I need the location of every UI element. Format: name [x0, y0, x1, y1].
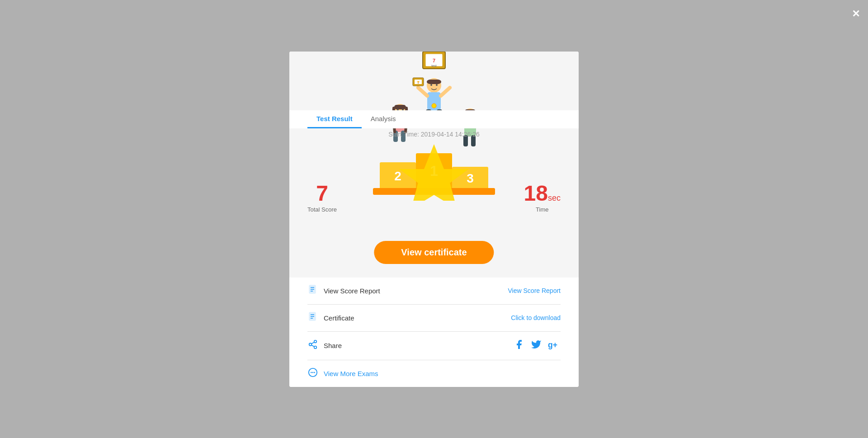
svg-text:2: 2	[394, 169, 401, 183]
svg-text:test: test	[431, 64, 436, 67]
view-score-report-label: View Score Report	[324, 287, 380, 295]
certificate-left: Certificate	[307, 312, 354, 324]
share-label: Share	[324, 342, 342, 349]
score-report-icon	[307, 285, 318, 297]
svg-text:3: 3	[467, 171, 474, 185]
svg-line-59	[311, 345, 314, 347]
view-score-report-left: View Score Report	[307, 285, 380, 297]
social-icons: g+	[514, 339, 561, 353]
svg-text:7: 7	[433, 58, 435, 63]
share-left: Share	[307, 339, 342, 352]
modal: Test Result Analysis Start Time: 2019-04…	[289, 52, 579, 387]
certificate-icon	[307, 312, 318, 324]
total-score: 7 Total Score	[307, 183, 337, 213]
close-button[interactable]: ✕	[852, 8, 860, 20]
svg-line-60	[311, 342, 314, 344]
share-row: Share g+	[307, 332, 561, 360]
svg-point-63	[311, 372, 312, 373]
view-more-exams-row[interactable]: View More Exams	[307, 360, 561, 387]
certificate-label: Certificate	[324, 314, 354, 322]
svg-point-15	[436, 84, 438, 86]
top-panel: Test Result Analysis Start Time: 2019-04…	[289, 52, 579, 278]
certificate-row: Certificate Click to download	[307, 305, 561, 332]
svg-point-14	[430, 84, 432, 86]
googleplus-icon[interactable]: g+	[548, 339, 561, 353]
svg-text:g+: g+	[548, 340, 557, 349]
tab-test-result[interactable]: Test Result	[307, 110, 362, 128]
view-more-label: View More Exams	[324, 370, 378, 377]
certificate-download-link[interactable]: Click to download	[511, 314, 561, 321]
svg-point-16	[432, 104, 436, 108]
time-score: 18sec Time	[524, 183, 561, 213]
facebook-icon[interactable]	[514, 339, 524, 353]
svg-rect-13	[427, 80, 441, 84]
svg-line-8	[418, 88, 427, 96]
tab-analysis[interactable]: Analysis	[362, 110, 405, 128]
view-score-report-row: View Score Report View Score Report	[307, 278, 561, 305]
svg-rect-22	[394, 105, 406, 109]
tab-bar: Test Result Analysis	[289, 110, 579, 128]
view-more-icon	[307, 367, 318, 380]
action-list: View Score Report View Score Report Cert…	[289, 278, 579, 387]
share-icon	[307, 339, 318, 352]
start-time: Start Time: 2019-04-14 14:26:26	[289, 131, 579, 138]
twitter-icon[interactable]	[531, 339, 542, 353]
svg-point-64	[312, 372, 314, 373]
svg-text:🏆: 🏆	[417, 81, 420, 84]
view-certificate-button[interactable]: View certificate	[374, 241, 494, 264]
view-score-report-link[interactable]: View Score Report	[508, 287, 561, 294]
svg-line-9	[441, 88, 450, 96]
svg-point-65	[314, 372, 315, 373]
